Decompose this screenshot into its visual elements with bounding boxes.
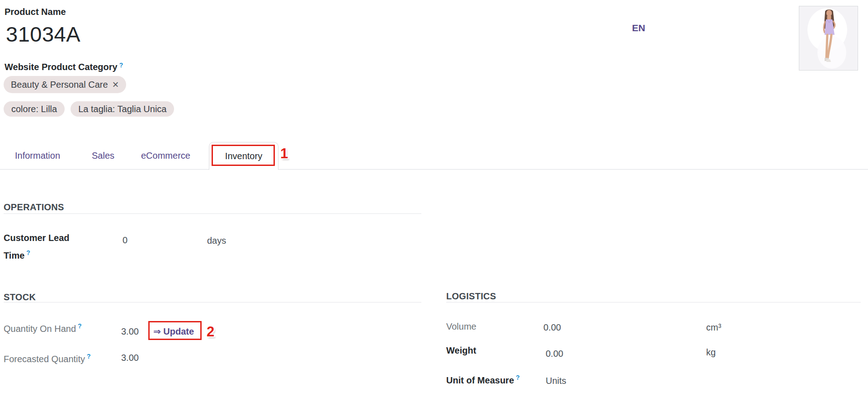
- divider: [4, 302, 421, 302]
- variant-tag-size: La taglia: Taglia Unica: [71, 101, 174, 117]
- help-icon[interactable]: ?: [87, 353, 91, 360]
- website-product-category-label: Website Product Category?: [5, 61, 123, 72]
- group-operations: OPERATIONS Customer Lead Time? 0 days: [4, 202, 421, 270]
- category-tag-row: Beauty & Personal Care ×: [4, 76, 126, 93]
- customer-lead-time-label: Customer Lead Time?: [4, 231, 85, 263]
- group-title-logistics: LOGISTICS: [446, 291, 861, 302]
- annotation-number-2: 2: [207, 324, 214, 340]
- group-title-operations: OPERATIONS: [4, 202, 421, 213]
- help-icon[interactable]: ?: [26, 249, 30, 256]
- category-tag: Beauty & Personal Care ×: [4, 76, 126, 93]
- divider: [4, 213, 421, 214]
- customer-lead-time-value[interactable]: 0: [123, 235, 127, 246]
- product-title[interactable]: 31034A: [6, 23, 80, 46]
- product-photo-model-in-lilac-dress: [799, 6, 858, 70]
- volume-unit: cm³: [706, 322, 721, 333]
- group-logistics: LOGISTICS Volume 0.00 cm³ Weight 0.00 kg…: [446, 291, 861, 395]
- forecasted-quantity-value: 3.00: [121, 353, 139, 363]
- tab-inventory-label: Inventory: [225, 151, 262, 161]
- help-icon[interactable]: ?: [119, 61, 123, 69]
- divider: [446, 302, 861, 302]
- tab-ecommerce[interactable]: eCommerce: [141, 142, 190, 170]
- help-icon[interactable]: ?: [78, 322, 82, 330]
- variant-tag-color: colore: Lilla: [4, 101, 65, 117]
- quantity-on-hand-value: 3.00: [121, 326, 139, 337]
- tab-information[interactable]: Information: [15, 142, 60, 170]
- forecasted-quantity-label: Forecasted Quantity?: [4, 349, 91, 367]
- product-form-page: Product Name 31034A Website Product Cate…: [0, 0, 868, 411]
- variant-tag-label: La taglia: Taglia Unica: [78, 104, 166, 114]
- tab-inventory-active[interactable]: Inventory: [209, 142, 278, 170]
- help-icon[interactable]: ?: [516, 374, 520, 381]
- unit-of-measure-label: Unit of Measure?: [446, 370, 520, 388]
- annotation-number-1: 1: [280, 146, 288, 162]
- product-image[interactable]: [799, 6, 858, 71]
- group-stock: STOCK Quantity On Hand? 3.00 ⇒ Update 2 …: [4, 292, 421, 371]
- group-title-stock: STOCK: [4, 292, 421, 302]
- update-quantity-button[interactable]: ⇒ Update: [153, 326, 194, 337]
- notebook-tab-bar: Information Sales eCommerce Inventory: [0, 142, 868, 170]
- variant-tag-row: colore: Lilla La taglia: Taglia Unica: [4, 101, 174, 117]
- weight-unit: kg: [706, 347, 716, 358]
- weight-value[interactable]: 0.00: [546, 349, 563, 359]
- quantity-on-hand-label: Quantity On Hand?: [4, 319, 82, 336]
- variant-tag-label: colore: Lilla: [11, 104, 57, 114]
- language-selector[interactable]: EN: [632, 23, 645, 33]
- weight-label: Weight: [446, 343, 476, 358]
- category-tag-label: Beauty & Personal Care: [11, 80, 108, 90]
- remove-tag-icon[interactable]: ×: [113, 79, 119, 90]
- unit-of-measure-value[interactable]: Units: [546, 376, 566, 386]
- volume-label: Volume: [446, 319, 476, 334]
- tab-sales[interactable]: Sales: [92, 142, 114, 170]
- customer-lead-time-unit: days: [207, 236, 226, 246]
- volume-value: 0.00: [543, 322, 561, 333]
- product-name-label: Product Name: [5, 7, 66, 17]
